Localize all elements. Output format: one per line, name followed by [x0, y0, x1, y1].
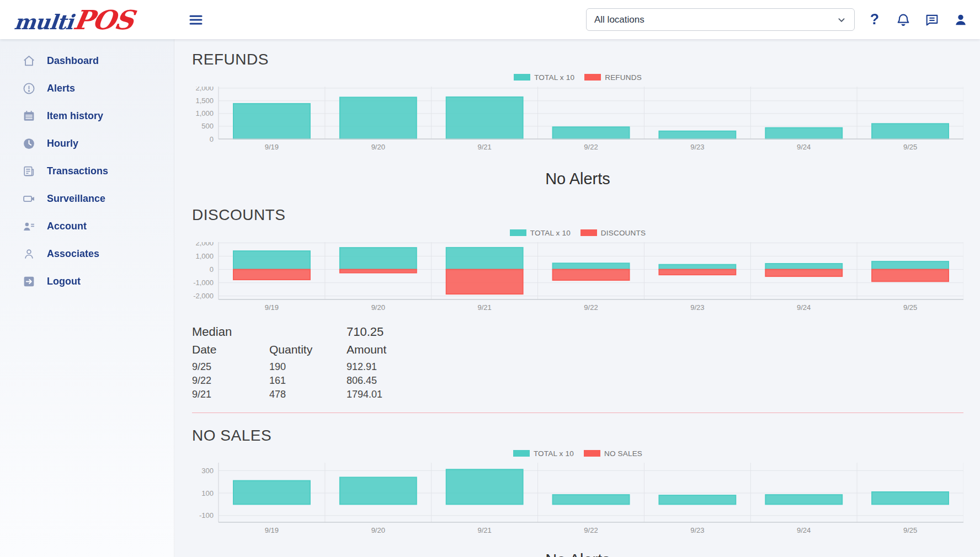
account-icon	[22, 219, 36, 233]
hamburger-menu-icon[interactable]	[188, 12, 204, 28]
bar	[340, 478, 417, 505]
svg-text:0: 0	[210, 135, 214, 143]
svg-text:9/20: 9/20	[371, 303, 385, 312]
median-label: Median	[192, 324, 269, 340]
svg-text:9/23: 9/23	[690, 303, 704, 312]
legend-swatch	[580, 229, 597, 236]
app-logo: multi POS	[0, 4, 174, 35]
col-header-amount: Amount	[347, 341, 963, 358]
sidebar-item-hourly[interactable]: Hourly	[0, 130, 174, 157]
svg-text:9/23: 9/23	[690, 526, 704, 534]
no-sales-section-title: NO SALES	[192, 425, 963, 446]
legend-item: TOTAL x 10	[514, 73, 574, 82]
svg-text:0: 0	[210, 265, 214, 274]
sidebar-item-item-history[interactable]: Item history	[0, 102, 174, 130]
legend-item: REFUNDS	[584, 73, 642, 82]
help-icon[interactable]: ?	[867, 12, 882, 28]
sidebar-item-account[interactable]: Account	[0, 212, 174, 240]
logout-icon	[22, 275, 36, 288]
bar	[233, 270, 310, 280]
sidebar-item-alerts[interactable]: Alerts	[0, 74, 174, 102]
svg-text:1,500: 1,500	[195, 97, 214, 105]
chart-plot: 300100-1009/199/209/219/229/239/249/25	[192, 463, 963, 539]
sidebar-item-transactions[interactable]: Transactions	[0, 157, 174, 185]
bar	[659, 131, 736, 139]
svg-text:9/24: 9/24	[797, 526, 811, 534]
bar	[765, 128, 842, 139]
svg-text:9/25: 9/25	[903, 526, 917, 534]
chart-plot: 2,0001,5001,00050009/199/209/219/229/239…	[192, 87, 963, 156]
bar	[340, 97, 417, 139]
bar	[233, 481, 310, 505]
bar	[765, 270, 842, 277]
svg-text:9/20: 9/20	[371, 143, 385, 151]
svg-text:9/25: 9/25	[903, 303, 917, 312]
svg-text:300: 300	[201, 467, 214, 475]
bell-icon[interactable]	[896, 12, 911, 28]
discounts-stats: Median 710.25 Date Quantity Amount 9/251…	[192, 324, 963, 401]
chart-plot: 2,0001,0000-1,000-2,0009/199/209/219/229…	[192, 242, 963, 316]
chart-legend: TOTAL x 10DISCOUNTS	[192, 228, 963, 238]
bar	[659, 265, 736, 270]
bar	[872, 492, 949, 504]
chart-legend: TOTAL x 10NO SALES	[192, 448, 963, 458]
table-row: 9/22161806.45	[192, 374, 963, 388]
table-row: 9/25190912.91	[192, 360, 963, 374]
chart-svg: 2,0001,0000-1,000-2,0009/199/209/219/229…	[192, 242, 963, 314]
svg-text:-2,000: -2,000	[193, 292, 214, 300]
top-bar: multi POS All locations ?	[0, 0, 980, 39]
bar	[659, 270, 736, 275]
user-icon[interactable]	[953, 12, 968, 28]
sidebar-item-logout[interactable]: Logout	[0, 267, 174, 295]
bar	[446, 270, 523, 294]
svg-text:9/23: 9/23	[690, 143, 704, 151]
section-divider	[192, 413, 963, 413]
main-content: REFUNDS TOTAL x 10REFUNDS 2,0001,5001,00…	[174, 0, 980, 557]
col-header-date: Date	[192, 341, 269, 358]
sidebar-item-associates[interactable]: Associates	[0, 240, 174, 267]
chevron-down-icon	[835, 14, 848, 26]
bar	[446, 97, 523, 139]
svg-text:9/22: 9/22	[584, 303, 598, 312]
svg-text:9/21: 9/21	[477, 303, 491, 312]
sidebar-item-dashboard[interactable]: Dashboard	[0, 47, 174, 74]
discounts-table-body: 9/25190912.91 9/22161806.45 9/214781794.…	[192, 360, 963, 401]
legend-swatch	[513, 450, 530, 457]
svg-text:9/21: 9/21	[477, 143, 491, 151]
svg-text:-1,000: -1,000	[193, 278, 214, 287]
location-select[interactable]: All locations	[586, 8, 855, 31]
alert-icon	[22, 82, 36, 95]
bar	[553, 495, 630, 504]
header-icon-group: ?	[867, 12, 968, 28]
discounts-table-header: Date Quantity Amount	[192, 341, 963, 358]
bar	[340, 248, 417, 270]
legend-swatch	[584, 74, 601, 81]
bar	[446, 248, 523, 270]
svg-text:9/24: 9/24	[797, 143, 811, 151]
bar	[553, 127, 630, 139]
svg-text:9/19: 9/19	[265, 143, 279, 151]
svg-text:2,000: 2,000	[195, 87, 214, 92]
svg-text:9/25: 9/25	[903, 143, 917, 151]
svg-text:?: ?	[870, 12, 879, 28]
col-header-quantity: Quantity	[269, 341, 347, 358]
chart-legend: TOTAL x 10REFUNDS	[192, 72, 963, 82]
svg-text:9/21: 9/21	[477, 526, 491, 534]
bar	[872, 261, 949, 269]
chat-icon[interactable]	[924, 12, 940, 28]
transactions-icon	[22, 164, 36, 178]
bar	[553, 263, 630, 269]
legend-swatch	[510, 229, 526, 236]
bar	[233, 104, 310, 139]
svg-text:1,000: 1,000	[195, 109, 214, 117]
legend-item: TOTAL x 10	[510, 229, 571, 237]
bar	[340, 270, 417, 273]
home-icon	[22, 54, 36, 68]
svg-text:1,000: 1,000	[195, 252, 214, 260]
legend-swatch	[514, 74, 530, 81]
legend-swatch	[584, 450, 600, 457]
sidebar-item-surveillance[interactable]: Surveillance	[0, 185, 174, 212]
svg-text:9/24: 9/24	[797, 303, 811, 312]
logo-text-multi: multi	[13, 10, 74, 34]
refunds-chart: TOTAL x 10REFUNDS 2,0001,5001,00050009/1…	[192, 72, 963, 156]
